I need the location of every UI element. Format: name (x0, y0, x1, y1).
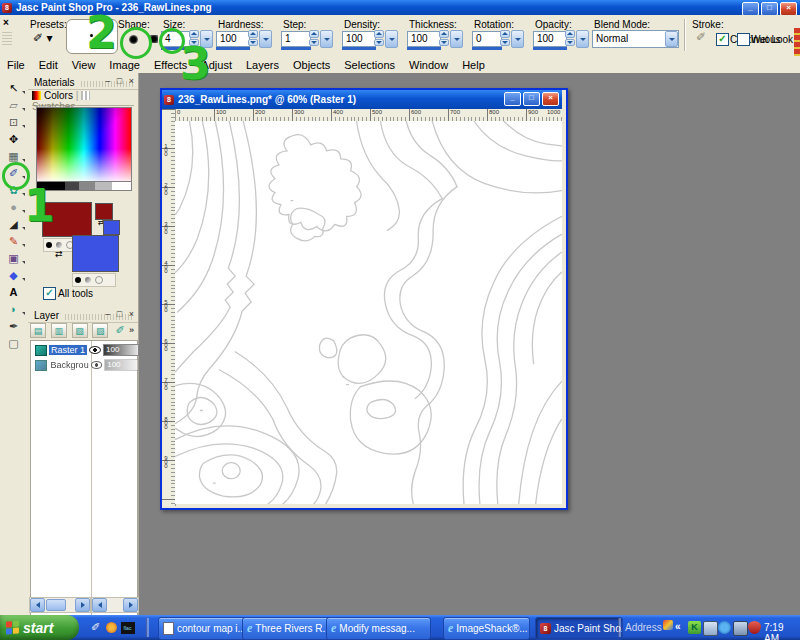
duplicate-layer-button[interactable]: ▥ (51, 323, 67, 338)
color-gradient-picker[interactable] (36, 107, 132, 183)
thickness-spinner[interactable] (439, 30, 449, 46)
taskbar-item-imageshack[interactable]: e ImageShack®... (443, 617, 530, 640)
close-button[interactable]: × (780, 2, 797, 16)
address-chevron-icon[interactable]: « (675, 621, 681, 632)
palette-close-icon[interactable]: × (3, 17, 9, 28)
layer-pane-splitter[interactable] (91, 341, 92, 640)
opacity-spinner[interactable] (565, 30, 575, 46)
address-toolbar-label[interactable]: Address (625, 622, 662, 633)
rotation-dropdown[interactable] (511, 30, 524, 48)
swap-materials-icon[interactable]: ⇄ (55, 249, 63, 259)
rotation-value[interactable]: 0 (472, 31, 502, 47)
menu-objects[interactable]: Objects (286, 59, 337, 71)
layer-scrollbar[interactable] (91, 597, 139, 613)
tool-deform[interactable]: ▱ (1, 97, 26, 113)
quicklaunch-flac-icon[interactable]: flac (120, 620, 135, 635)
tool-crop[interactable]: ⊡ (1, 114, 26, 130)
taskbar-item-modify-message[interactable]: e Modify messag... (326, 617, 431, 640)
bluetooth-icon[interactable] (718, 621, 731, 634)
tool-eraser[interactable]: ◢ (1, 216, 26, 232)
security-shield-icon[interactable] (748, 621, 761, 634)
menu-window[interactable]: Window (402, 59, 455, 71)
visibility-eye-icon[interactable] (91, 361, 103, 369)
scroll-left-icon[interactable] (92, 598, 107, 612)
start-button[interactable]: start (0, 615, 79, 640)
network-icon[interactable] (703, 621, 718, 636)
background-style-icons[interactable] (72, 273, 116, 287)
tool-clone-brush[interactable]: ▣ (1, 250, 26, 266)
tab-colors[interactable]: Colors (44, 90, 73, 101)
tool-text[interactable]: A (1, 284, 26, 300)
thickness-value[interactable]: 100 (407, 31, 441, 47)
menu-selections[interactable]: Selections (337, 59, 402, 71)
display-icon[interactable] (733, 621, 748, 636)
step-spinner[interactable] (309, 30, 319, 46)
tool-airbrush[interactable]: ● (1, 199, 26, 215)
opacity-dropdown[interactable] (576, 30, 589, 48)
scrollbar-thumb[interactable] (46, 599, 66, 611)
hardness-spinner[interactable] (248, 30, 258, 46)
menu-image[interactable]: Image (102, 59, 147, 71)
layer-brushes-icon[interactable]: ✐ (113, 324, 127, 337)
layer-row-background[interactable]: Backgrour 100 (33, 358, 139, 372)
materials-scrollbar[interactable] (29, 597, 91, 613)
all-tools-checkbox[interactable]: ✓ (43, 287, 56, 300)
new-layer-button[interactable]: ▤ (30, 323, 46, 338)
layer-toolbar-overflow[interactable]: » (129, 325, 134, 335)
tool-object-selector[interactable]: ▢ (1, 335, 26, 351)
taskbar-item-three-rivers[interactable]: e Three Rivers R... (242, 617, 330, 640)
density-dropdown[interactable] (385, 30, 398, 48)
opacity-value[interactable]: 100 (533, 31, 567, 47)
materials-titlebar[interactable]: Materials ‒ □ × (28, 75, 138, 90)
menu-edit[interactable]: Edit (32, 59, 65, 71)
taskbar-item-contour-map[interactable]: contour map i... (158, 617, 246, 640)
tool-pen[interactable]: ✒ (1, 318, 26, 334)
wet-look-checkbox[interactable] (737, 33, 750, 46)
delete-layer-button[interactable]: ▧ (72, 323, 88, 338)
image-canvas[interactable] (175, 121, 562, 504)
menu-file[interactable]: File (0, 59, 32, 71)
layer-row-raster1[interactable]: Raster 1 100 (33, 343, 139, 357)
thickness-dropdown[interactable] (450, 30, 463, 48)
layer-opacity-bar[interactable]: 100 (104, 359, 139, 371)
tool-pencil[interactable]: ✎ (1, 233, 26, 249)
taskbar-item-jasc-psp[interactable]: 8 Jasc Paint Sho... (535, 617, 623, 640)
layer-group-button[interactable]: ▨ (92, 323, 108, 338)
continuous-checkbox[interactable]: ✓ (716, 33, 729, 46)
tray-app-icon[interactable]: K (688, 621, 701, 634)
minimize-button[interactable]: _ (742, 2, 759, 16)
materials-window-buttons[interactable]: ‒ □ × (105, 76, 136, 86)
layer-opacity-bar[interactable]: 100 (103, 344, 139, 356)
hardness-dropdown[interactable] (259, 30, 272, 48)
menu-view[interactable]: View (65, 59, 103, 71)
rotation-spinner[interactable] (500, 30, 510, 46)
background-color-swatch[interactable] (103, 220, 120, 235)
scroll-right-icon[interactable] (75, 598, 90, 612)
document-titlebar[interactable]: 8 236_RawLines.png* @ 60% (Raster 1) _ □… (162, 90, 562, 109)
layer-window-buttons[interactable]: ‒ □ × (105, 309, 136, 319)
toolbar-grip[interactable] (2, 31, 12, 45)
background-material-swatch[interactable] (72, 235, 119, 272)
menu-help[interactable]: Help (455, 59, 492, 71)
menu-layers[interactable]: Layers (239, 59, 286, 71)
scroll-right-icon[interactable] (123, 598, 138, 612)
doc-maximize-button[interactable]: □ (523, 92, 540, 106)
layer-titlebar[interactable]: Layer ‒ □ × (28, 308, 138, 323)
quicklaunch-brush-icon[interactable]: ✐ (88, 620, 103, 635)
presets-brush-icon[interactable]: ✐ ▾ (33, 31, 52, 45)
density-spinner[interactable] (374, 30, 384, 46)
stroke-icon[interactable]: ✐ (696, 30, 706, 44)
blend-mode-select[interactable]: Normal (592, 30, 679, 48)
doc-close-button[interactable]: × (542, 92, 559, 106)
tool-move[interactable]: ✥ (1, 131, 26, 147)
density-value[interactable]: 100 (342, 31, 376, 47)
tool-preset-shapes[interactable]: ◗ (1, 301, 26, 317)
tool-pan[interactable]: ↖ (1, 80, 26, 96)
maximize-button[interactable]: □ (761, 2, 778, 16)
quicklaunch-media-icon[interactable] (104, 620, 119, 635)
scroll-left-icon[interactable] (30, 598, 45, 612)
step-dropdown[interactable] (320, 30, 333, 48)
visibility-eye-icon[interactable] (89, 346, 101, 354)
step-value[interactable]: 1 (281, 31, 311, 47)
tool-color-replacer[interactable]: ◆ (1, 267, 26, 283)
